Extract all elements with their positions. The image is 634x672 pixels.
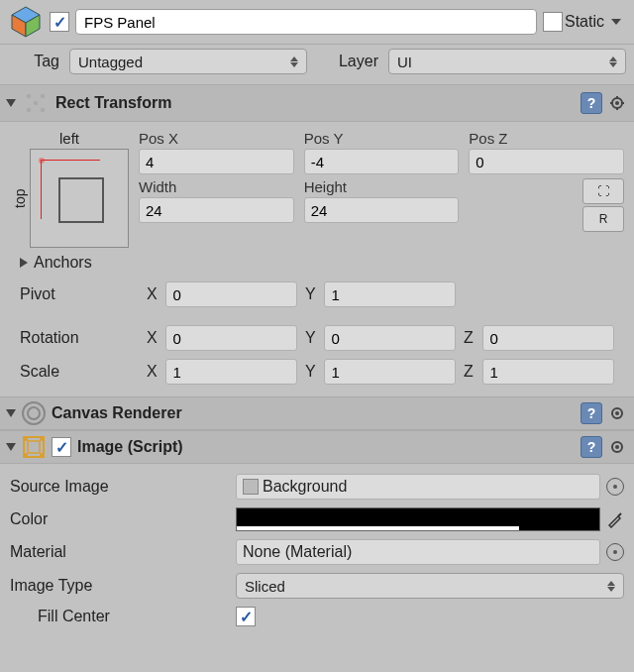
color-field[interactable]: [236, 507, 600, 531]
image-component-title: Image (Script): [77, 438, 575, 456]
scale-x-input[interactable]: [165, 359, 297, 385]
object-picker-button[interactable]: [606, 543, 624, 561]
tag-layer-row: Tag Untagged Layer UI: [0, 45, 634, 84]
anchors-label: Anchors: [34, 254, 92, 272]
image-component-icon: [22, 435, 46, 459]
sprite-icon: [243, 479, 259, 495]
pivot-label: Pivot: [20, 285, 139, 303]
pos-y-label: Pos Y: [304, 130, 460, 147]
svg-point-24: [615, 445, 619, 449]
width-input[interactable]: [139, 197, 294, 223]
svg-point-5: [41, 94, 46, 99]
pivot-y-input[interactable]: [324, 281, 456, 307]
rect-transform-body: left top Pos X Pos: [0, 122, 634, 396]
rotation-z-input[interactable]: [482, 325, 614, 351]
layer-select[interactable]: UI: [388, 49, 626, 74]
image-component-header: Image (Script) ?: [0, 430, 634, 464]
fill-center-checkbox[interactable]: [236, 607, 256, 626]
anchors-foldout[interactable]: [20, 258, 28, 268]
svg-marker-3: [611, 19, 621, 25]
scale-label: Scale: [20, 363, 139, 381]
pos-x-label: Pos X: [139, 130, 294, 147]
gameobject-header: Static: [0, 0, 634, 45]
eyedropper-icon[interactable]: [606, 510, 624, 528]
settings-icon[interactable]: [608, 403, 628, 423]
enable-checkbox[interactable]: [50, 12, 69, 32]
pos-z-input[interactable]: [469, 149, 624, 174]
image-foldout[interactable]: [6, 443, 16, 451]
rotation-label: Rotation: [20, 329, 139, 347]
pos-y-input[interactable]: [304, 149, 460, 174]
rect-transform-title: Rect Transform: [55, 94, 575, 112]
canvas-renderer-header: Canvas Renderer ?: [0, 396, 634, 430]
source-image-label: Source Image: [10, 478, 228, 496]
rect-transform-header: Rect Transform ?: [0, 84, 634, 122]
static-label: Static: [565, 13, 604, 31]
canvas-renderer-title: Canvas Renderer: [52, 404, 575, 422]
fill-center-label: Fill Center: [38, 608, 228, 625]
image-enable-checkbox[interactable]: [52, 437, 71, 457]
svg-rect-18: [28, 441, 40, 453]
rect-transform-foldout[interactable]: [6, 99, 16, 107]
pos-z-label: Pos Z: [469, 130, 624, 147]
image-type-label: Image Type: [10, 577, 228, 595]
static-dropdown[interactable]: [606, 9, 626, 35]
svg-point-6: [27, 108, 32, 113]
help-icon[interactable]: ?: [581, 92, 602, 114]
canvas-renderer-foldout[interactable]: [6, 409, 16, 417]
settings-icon[interactable]: [608, 437, 628, 457]
static-checkbox[interactable]: [543, 12, 563, 32]
pos-x-input[interactable]: [139, 149, 294, 174]
raw-edit-button[interactable]: R: [582, 206, 624, 232]
width-label: Width: [139, 178, 294, 195]
scale-y-input[interactable]: [324, 359, 456, 385]
anchor-preset-widget[interactable]: left top: [10, 130, 129, 248]
svg-point-22: [40, 453, 44, 457]
svg-point-7: [41, 108, 46, 113]
svg-point-4: [27, 94, 32, 99]
object-picker-button[interactable]: [606, 478, 624, 496]
svg-point-8: [34, 101, 39, 106]
image-type-select[interactable]: Sliced: [236, 573, 624, 599]
svg-point-16: [615, 411, 619, 415]
settings-icon[interactable]: [608, 93, 628, 113]
image-component-body: Source Image Background Color Ma: [0, 464, 634, 636]
help-icon[interactable]: ?: [581, 436, 602, 458]
canvas-renderer-icon: [22, 401, 46, 425]
rect-transform-icon: [22, 89, 50, 117]
svg-point-21: [24, 453, 28, 457]
rotation-y-input[interactable]: [324, 325, 456, 351]
gameobject-icon[interactable]: [8, 4, 44, 40]
tag-label: Tag: [8, 53, 63, 70]
pivot-x-input[interactable]: [165, 281, 297, 307]
svg-point-20: [40, 437, 44, 441]
blueprint-mode-button[interactable]: ⛶: [582, 178, 624, 204]
svg-point-19: [24, 437, 28, 441]
material-label: Material: [10, 543, 228, 561]
rotation-x-input[interactable]: [165, 325, 297, 351]
height-label: Height: [304, 178, 460, 195]
layer-label: Layer: [313, 53, 382, 70]
color-label: Color: [10, 510, 228, 528]
material-field[interactable]: None (Material): [236, 539, 600, 565]
scale-z-input[interactable]: [482, 359, 614, 385]
help-icon[interactable]: ?: [581, 402, 602, 424]
height-input[interactable]: [304, 197, 460, 223]
tag-select[interactable]: Untagged: [69, 49, 307, 74]
svg-point-10: [615, 101, 619, 105]
gameobject-name-input[interactable]: [75, 9, 537, 35]
source-image-field[interactable]: Background: [236, 474, 600, 500]
